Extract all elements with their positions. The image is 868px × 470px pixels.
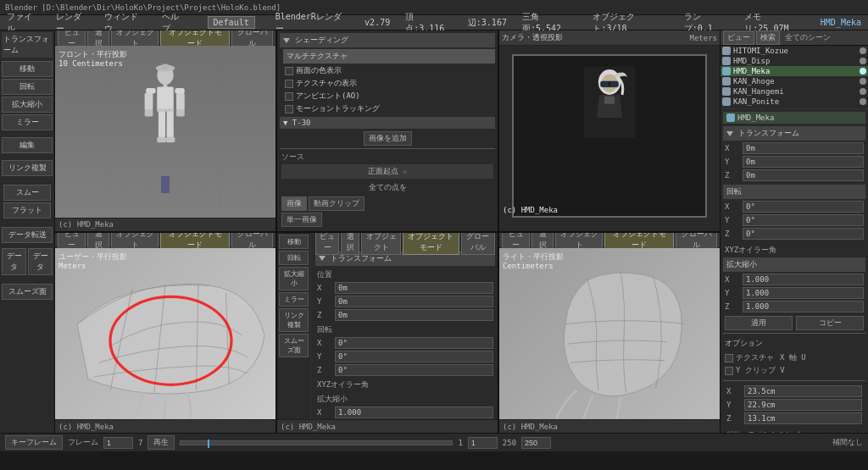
viewport-camera[interactable]: カメラ・透視投影 Meters [499, 30, 720, 231]
eye-hitomi[interactable] [860, 47, 866, 54]
tl-track[interactable] [180, 440, 453, 445]
eye-kanponite[interactable] [860, 98, 866, 105]
pos-x-val[interactable]: 0m [335, 282, 493, 294]
tree-item-hmddisp[interactable]: HMD_Disp [721, 56, 868, 66]
checkbox-clip[interactable] [725, 367, 733, 375]
front-scale: 10 Centimeters [58, 59, 123, 68]
apply-btn[interactable]: 適用 [725, 316, 793, 330]
shading-flat-btn[interactable]: フラット [3, 202, 51, 218]
movie-tab-btn[interactable]: 動画クリップ [309, 196, 364, 211]
right-dim-y-val[interactable]: 22.9cm [744, 399, 862, 411]
source-label: ソース [281, 152, 493, 163]
botmid-link-copy-btn[interactable]: リンク複製 [279, 308, 309, 332]
character-front-svg [136, 63, 195, 173]
right-euler-label: XYZオイラー角 [723, 243, 865, 257]
viewport-front[interactable]: ビュー 選択 オブジェクト オブジェクトモード グローバル フロント・平行投影 … [55, 30, 275, 231]
copy-btn[interactable]: コピー [796, 316, 864, 330]
right-scale-x-val[interactable]: 1.000 [743, 274, 864, 285]
right-rot-x-val[interactable]: 0° [743, 201, 864, 213]
right-rot-z-val[interactable]: 0° [743, 228, 864, 240]
tl-current-frame[interactable] [103, 437, 133, 449]
scale-x-val[interactable]: 1.000 [335, 406, 493, 418]
tree-item-kanahoge[interactable]: KAN_Ahoge [721, 76, 868, 86]
right-rot-header: 回転 [723, 185, 865, 199]
rot-x-val[interactable]: 0° [335, 337, 493, 349]
rot-z-val[interactable]: 0° [335, 364, 493, 376]
checkbox-color[interactable] [285, 67, 293, 75]
right-pos-x-val[interactable]: 0m [743, 142, 864, 154]
right-dim-y: Y 22.9cm [725, 399, 864, 411]
eye-kanahoge[interactable] [860, 78, 866, 85]
move-btn[interactable]: 移動 [2, 61, 53, 77]
right-pos-z-val[interactable]: 0m [743, 169, 864, 181]
tl-end-frame[interactable] [521, 437, 551, 449]
screen-layout-btn[interactable]: Default [208, 16, 255, 29]
shader-row-3: アンビエント(AO) [283, 91, 495, 102]
rpanel-search-btn[interactable]: 検索 [756, 30, 780, 45]
right-scale-z-val[interactable]: 1.000 [743, 301, 864, 312]
right-rot-z: Z 0° [723, 228, 865, 240]
pos-z-val[interactable]: 0m [335, 309, 493, 321]
botmid-select-btn[interactable]: 選択 [341, 233, 359, 255]
checkbox-texture[interactable] [725, 354, 733, 362]
right-dim-x-val[interactable]: 23.5cm [744, 385, 862, 397]
tl-play-btn[interactable]: 再生 [147, 435, 175, 450]
eye-hmdmeka[interactable] [860, 68, 866, 75]
rpanel-view-btn[interactable]: ビュー [723, 30, 754, 45]
smooth-faces-btn[interactable]: スムーズ面 [2, 284, 53, 300]
right-scale-y: Y 1.000 [723, 287, 865, 299]
right-scale-section: 拡大縮小 X 1.000 Y 1.000 Z 1.000 [723, 257, 865, 312]
right-grease-label: グリースペンシルレイ [723, 428, 865, 433]
eye-kanhangemi[interactable] [860, 88, 866, 95]
svg-rect-24 [601, 81, 608, 86]
botmid-global-btn[interactable]: グローバル [461, 233, 495, 255]
botmid-scale-btn[interactable]: 拡大縮小 [279, 267, 309, 290]
vp-botright-bottombar: (c) HMD_Meka [499, 419, 720, 433]
vp-botmid-label: (c) HMD_Meka [281, 423, 336, 431]
eye-hmddisp[interactable] [860, 58, 866, 64]
right-rotation-section: 回転 X 0° Y 0° Z 0° [723, 185, 865, 240]
euler-label: XYZオイラー角 [315, 378, 495, 392]
mirror-btn[interactable]: ミラー [2, 114, 53, 130]
data-btn1[interactable]: データ [2, 248, 26, 275]
source-single-btn[interactable]: 単一画像 [281, 213, 322, 227]
right-scale-y-val[interactable]: 1.000 [743, 287, 864, 299]
right-pos-y-val[interactable]: 0m [743, 156, 864, 168]
tree-item-kanhangemi[interactable]: KAN_Hangemi [721, 86, 868, 97]
data-btn2[interactable]: データ [28, 248, 53, 275]
data-transfer-btn[interactable]: データ転送 [2, 227, 53, 243]
svg-rect-17 [157, 137, 166, 143]
botmid-smooth-faces-btn[interactable]: スムーズ面 [279, 334, 309, 357]
rot-y-val[interactable]: 0° [335, 351, 493, 362]
right-scale-z: Z 1.000 [723, 301, 865, 312]
checkbox-ao[interactable] [285, 92, 293, 101]
botmid-rotate-btn[interactable]: 回転 [279, 251, 309, 265]
tl-key-btn[interactable]: キーフレーム [5, 435, 63, 450]
pos-y-val[interactable]: 0m [335, 296, 493, 307]
svg-rect-18 [166, 137, 175, 143]
tree-item-kanponite[interactable]: KAN_Ponite [721, 97, 868, 107]
checkbox-motion[interactable] [285, 105, 293, 113]
viewport-side[interactable]: ビュー 選択 オブジェクト オブジェクトモード グローバル [499, 233, 720, 434]
right-dim-z-val[interactable]: 13.1cm [744, 412, 862, 424]
checkbox-tex[interactable] [285, 80, 293, 88]
botmid-view-btn[interactable]: ビュー [315, 233, 339, 255]
svg-rect-15 [159, 110, 165, 138]
image-tab-btn[interactable]: 画像 [281, 196, 307, 211]
tl-start-frame[interactable] [468, 437, 498, 449]
viewport-zoom[interactable]: ビュー 選択 オブジェクト オブジェクトモード グローバル [55, 233, 275, 434]
botmid-mirror-btn[interactable]: ミラー [279, 292, 309, 307]
botmid-obj-btn[interactable]: オブジェクト [361, 233, 400, 255]
tree-item-hmdmeka[interactable]: HMD_Meka [721, 66, 868, 76]
add-image-btn[interactable]: 画像を追加 [364, 131, 412, 146]
botmid-move-btn[interactable]: 移動 [279, 235, 309, 249]
shading-smooth-btn[interactable]: スムー [3, 185, 51, 201]
pos-x-row: X 0m [315, 282, 495, 294]
rotate-btn[interactable]: 回転 [2, 79, 53, 95]
scale-btn[interactable]: 拡大縮小 [2, 97, 53, 113]
tree-item-hitomi[interactable]: HITOMI_Kozue [721, 46, 868, 56]
edit-btn[interactable]: 編集 [2, 137, 53, 153]
link-copy-btn[interactable]: リンク複製 [2, 160, 53, 176]
right-rot-y-val[interactable]: 0° [743, 214, 864, 226]
botmid-mode-btn[interactable]: オブジェクトモード [403, 233, 459, 255]
